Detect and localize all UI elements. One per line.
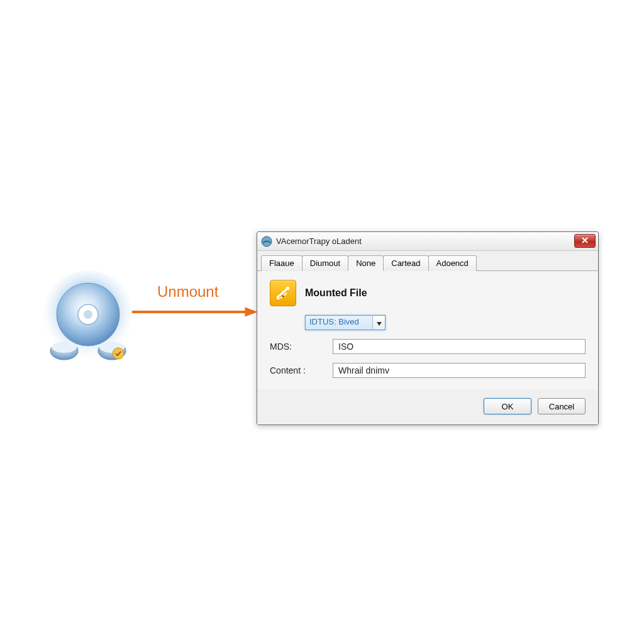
- tab-none[interactable]: None: [348, 255, 384, 271]
- mounted-file-dropdown[interactable]: IDTUS: Bived: [305, 315, 386, 330]
- tabstrip: Flaaue Diumout None Cartead Adoencd: [257, 251, 598, 270]
- tab-adoencd[interactable]: Adoencd: [428, 255, 477, 271]
- chevron-down-icon: [377, 318, 382, 328]
- section-title: Mounted File: [305, 287, 367, 299]
- content-label: Content :: [270, 365, 333, 375]
- titlebar[interactable]: VAcemorTrapy oLadent: [257, 232, 598, 251]
- row-content: Content :: [270, 363, 586, 378]
- close-button[interactable]: [574, 234, 596, 248]
- app-icon: [261, 236, 272, 247]
- svg-marker-10: [245, 308, 257, 316]
- section-header: Mounted File: [270, 280, 586, 306]
- dropdown-value: IDTUS: Bived: [306, 316, 372, 330]
- dialog-buttons: OK Cancel: [257, 389, 598, 425]
- dropdown-button[interactable]: [372, 316, 385, 330]
- cancel-button[interactable]: Cancel: [538, 398, 586, 414]
- row-mds: MDS:: [270, 339, 586, 354]
- ok-button[interactable]: OK: [484, 398, 531, 414]
- content-input[interactable]: [333, 363, 586, 378]
- dialog-window: VAcemorTrapy oLadent Flaaue Diumout None…: [257, 231, 599, 425]
- close-icon: [581, 236, 589, 246]
- svg-marker-17: [377, 322, 382, 326]
- svg-point-5: [52, 341, 77, 353]
- dialog-title: VAcemorTrapy oLadent: [276, 236, 362, 246]
- svg-point-8: [113, 348, 124, 359]
- tab-diumout[interactable]: Diumout: [302, 255, 348, 271]
- annotation-unmount: Unmount: [157, 283, 218, 301]
- tab-cartead[interactable]: Cartead: [383, 255, 428, 271]
- disc-drive-icon: [38, 270, 138, 371]
- svg-point-3: [84, 310, 92, 319]
- mds-input[interactable]: [333, 339, 586, 354]
- arrow-left-to-dialog: [132, 306, 258, 318]
- mds-label: MDS:: [270, 341, 333, 352]
- tab-flaaue[interactable]: Flaaue: [261, 255, 303, 271]
- tab-panel: Mounted File IDTUS: Bived MDS: Content :: [257, 270, 598, 389]
- mounted-file-icon: [270, 280, 296, 306]
